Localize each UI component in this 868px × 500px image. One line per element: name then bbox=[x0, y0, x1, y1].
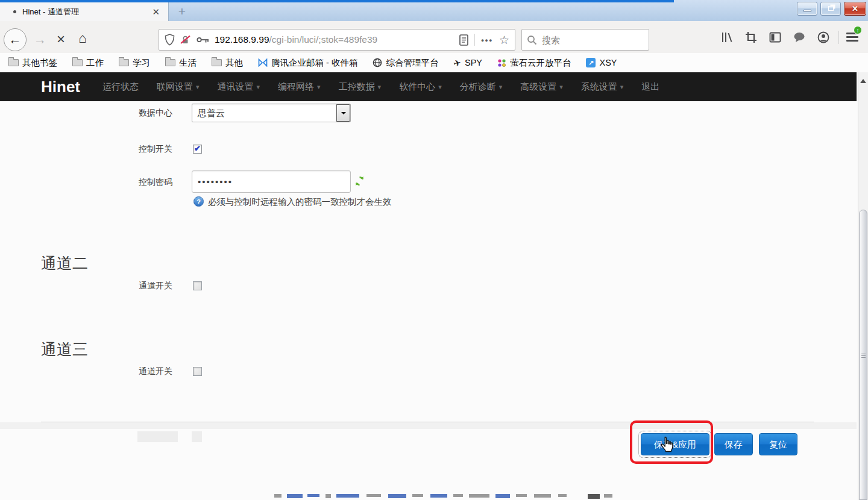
site-menu: 运行状态 联网设置▾ 通讯设置▾ 编程网络▾ 工控数据▾ 软件中心▾ 分析诊断▾… bbox=[102, 72, 659, 101]
channel-2-switch-label: 通道开关 bbox=[139, 281, 172, 292]
refresh-password-icon[interactable] bbox=[354, 176, 365, 186]
data-center-select[interactable]: 思普云 bbox=[192, 104, 351, 122]
site-logo[interactable]: Hinet bbox=[41, 78, 80, 96]
menu-comm-settings[interactable]: 通讯设置▾ bbox=[218, 81, 260, 93]
bookmarks-bar: 其他书签 工作 学习 生活 其他 腾讯企业邮箱 - 收件箱 综合管理平台 ✈SP… bbox=[0, 53, 868, 72]
divider bbox=[838, 31, 839, 44]
url-host: 192.168.9.99 bbox=[215, 34, 269, 45]
mail-logo-icon bbox=[258, 58, 268, 67]
reader-mode-icon[interactable] bbox=[459, 34, 468, 46]
tab-close-icon[interactable]: ✕ bbox=[149, 7, 162, 17]
scrollbar-thumb[interactable] bbox=[859, 210, 867, 500]
divider bbox=[474, 34, 475, 46]
scrollbar-grip-icon bbox=[861, 354, 866, 359]
chevron-down-icon: ▾ bbox=[499, 83, 503, 91]
chevron-down-icon: ▾ bbox=[257, 83, 260, 91]
bookmark-xsy[interactable]: ↗XSY bbox=[586, 58, 617, 67]
channel-3-switch-checkbox[interactable] bbox=[193, 367, 202, 376]
help-icon: ? bbox=[193, 196, 204, 207]
vertical-scrollbar[interactable] bbox=[858, 72, 868, 500]
data-center-value: 思普云 bbox=[198, 108, 225, 118]
tab-favicon-icon bbox=[13, 10, 16, 13]
scrollbar-up-arrow-icon[interactable] bbox=[860, 76, 866, 83]
xsy-logo-icon: ↗ bbox=[586, 58, 596, 67]
plane-icon: ✈ bbox=[453, 57, 462, 68]
menu-programming-network[interactable]: 编程网络▾ bbox=[278, 81, 321, 93]
window-close-icon: ✕ bbox=[844, 2, 866, 15]
chevron-down-icon: ▾ bbox=[196, 83, 200, 91]
reset-button[interactable]: 复位 bbox=[759, 433, 797, 455]
folder-icon bbox=[8, 59, 19, 66]
url-bar[interactable]: 192.168.9.99/cgi-bin/luci/;stok=489fe39 … bbox=[159, 29, 515, 51]
control-switch-checkbox[interactable] bbox=[193, 145, 202, 154]
library-icon[interactable] bbox=[721, 31, 733, 43]
select-dropdown-arrow-icon[interactable] bbox=[336, 104, 350, 122]
chevron-down-icon: ▾ bbox=[559, 83, 563, 91]
messages-icon[interactable] bbox=[793, 31, 805, 43]
render-artifact bbox=[192, 431, 202, 442]
browser-window: Hinet - 通道管理 ✕ + ✕ ← → × ⌂ 192.168.9.99/… bbox=[0, 0, 868, 500]
menu-software-center[interactable]: 软件中心▾ bbox=[399, 81, 442, 93]
menu-industrial-data[interactable]: 工控数据▾ bbox=[339, 81, 382, 93]
folder-icon bbox=[212, 59, 222, 66]
bookmark-folder-study[interactable]: 学习 bbox=[119, 57, 150, 69]
bookmark-folder-other-bookmarks[interactable]: 其他书签 bbox=[8, 57, 57, 69]
bookmark-folder-work[interactable]: 工作 bbox=[72, 57, 104, 69]
dots-logo-icon bbox=[497, 58, 506, 67]
bookmark-folder-life[interactable]: 生活 bbox=[165, 57, 197, 69]
title-bar: Hinet - 通道管理 ✕ + ✕ bbox=[0, 0, 868, 21]
window-close-button[interactable]: ✕ bbox=[844, 2, 866, 16]
search-bar[interactable] bbox=[521, 29, 649, 51]
restore-button[interactable] bbox=[820, 2, 841, 16]
clipped-footer-text bbox=[0, 493, 857, 500]
menu-logout[interactable]: 退出 bbox=[641, 81, 659, 93]
channel-2-heading: 通道二 bbox=[41, 253, 88, 274]
bookmark-spy[interactable]: ✈SPY bbox=[453, 58, 482, 67]
save-button[interactable]: 保存 bbox=[714, 433, 753, 455]
new-tab-button[interactable]: + bbox=[174, 4, 190, 19]
chevron-down-icon: ▾ bbox=[620, 83, 624, 91]
browser-toolbar: ← → × ⌂ 192.168.9.99/cgi-bin/luci/;stok=… bbox=[0, 21, 868, 53]
sidebar-icon[interactable] bbox=[769, 31, 781, 43]
url-text[interactable]: 192.168.9.99/cgi-bin/luci/;stok=489fe39 bbox=[215, 34, 377, 45]
account-icon[interactable] bbox=[817, 31, 829, 43]
key-login-icon[interactable] bbox=[197, 36, 209, 43]
channel-2-switch-checkbox[interactable] bbox=[193, 281, 202, 290]
chevron-down-icon: ▾ bbox=[378, 83, 382, 91]
restore-icon bbox=[828, 6, 834, 11]
minimize-icon bbox=[804, 10, 811, 12]
url-path: /cgi-bin/luci/;stok=489fe39 bbox=[269, 34, 378, 45]
page-content: 数据中心 思普云 控制开关 控制密码 ? 必须与控制时远程输入的密码一致控制才会… bbox=[0, 101, 857, 500]
bookmark-tencent-mail[interactable]: 腾讯企业邮箱 - 收件箱 bbox=[258, 57, 357, 69]
channel-3-heading: 通道三 bbox=[41, 339, 88, 360]
bookmark-star-icon[interactable]: ☆ bbox=[499, 33, 509, 47]
menu-diagnostics[interactable]: 分析诊断▾ bbox=[460, 81, 503, 93]
menu-running-status[interactable]: 运行状态 bbox=[102, 81, 139, 93]
control-password-input[interactable] bbox=[192, 170, 351, 193]
channel-3-switch-label: 通道开关 bbox=[139, 366, 172, 377]
home-button[interactable]: ⌂ bbox=[78, 30, 87, 46]
bookmark-ezviz-open[interactable]: 萤石云开放平台 bbox=[497, 57, 571, 69]
folder-icon bbox=[165, 59, 175, 66]
folder-icon bbox=[72, 59, 83, 66]
bookmark-mgmt-platform[interactable]: 综合管理平台 bbox=[373, 57, 438, 69]
browser-tab[interactable]: Hinet - 通道管理 ✕ bbox=[0, 2, 169, 21]
globe-icon bbox=[373, 58, 382, 67]
mouse-cursor bbox=[660, 436, 675, 452]
bookmark-folder-misc[interactable]: 其他 bbox=[212, 57, 243, 69]
screenshot-icon[interactable] bbox=[745, 31, 757, 43]
menu-system-settings[interactable]: 系统设置▾ bbox=[581, 81, 624, 93]
insecure-lock-icon[interactable] bbox=[180, 35, 191, 45]
tab-title: Hinet - 通道管理 bbox=[22, 7, 79, 17]
menu-network-settings[interactable]: 联网设置▾ bbox=[157, 81, 200, 93]
search-input[interactable] bbox=[542, 35, 632, 45]
tracking-shield-icon[interactable] bbox=[165, 34, 175, 46]
page-actions-icon[interactable]: ••• bbox=[481, 36, 493, 45]
menu-advanced-settings[interactable]: 高级设置▾ bbox=[520, 81, 563, 93]
chevron-down-icon: ▾ bbox=[317, 83, 321, 91]
password-hint-text: 必须与控制时远程输入的密码一致控制才会生效 bbox=[208, 196, 392, 208]
stop-button[interactable]: × bbox=[57, 31, 65, 48]
back-button[interactable]: ← bbox=[4, 28, 27, 51]
minimize-button[interactable] bbox=[797, 2, 817, 16]
forward-button[interactable]: → bbox=[34, 33, 46, 47]
